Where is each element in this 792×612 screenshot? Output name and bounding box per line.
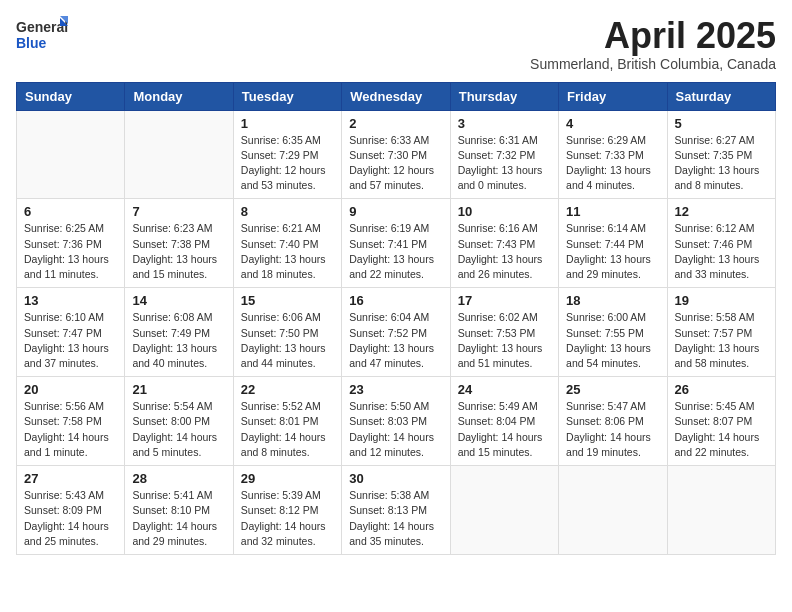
- day-number: 11: [566, 204, 659, 219]
- calendar-cell: 23Sunrise: 5:50 AM Sunset: 8:03 PM Dayli…: [342, 377, 450, 466]
- calendar-cell: 5Sunrise: 6:27 AM Sunset: 7:35 PM Daylig…: [667, 110, 775, 199]
- day-info: Sunrise: 6:25 AM Sunset: 7:36 PM Dayligh…: [24, 221, 117, 282]
- calendar-cell: [450, 466, 558, 555]
- calendar-cell: 20Sunrise: 5:56 AM Sunset: 7:58 PM Dayli…: [17, 377, 125, 466]
- day-info: Sunrise: 6:04 AM Sunset: 7:52 PM Dayligh…: [349, 310, 442, 371]
- day-number: 14: [132, 293, 225, 308]
- calendar-cell: 14Sunrise: 6:08 AM Sunset: 7:49 PM Dayli…: [125, 288, 233, 377]
- logo-svg: General Blue: [16, 16, 68, 56]
- day-info: Sunrise: 6:27 AM Sunset: 7:35 PM Dayligh…: [675, 133, 768, 194]
- calendar-cell: 22Sunrise: 5:52 AM Sunset: 8:01 PM Dayli…: [233, 377, 341, 466]
- calendar-cell: 4Sunrise: 6:29 AM Sunset: 7:33 PM Daylig…: [559, 110, 667, 199]
- day-info: Sunrise: 5:52 AM Sunset: 8:01 PM Dayligh…: [241, 399, 334, 460]
- day-info: Sunrise: 5:54 AM Sunset: 8:00 PM Dayligh…: [132, 399, 225, 460]
- day-number: 15: [241, 293, 334, 308]
- day-number: 18: [566, 293, 659, 308]
- calendar-cell: 24Sunrise: 5:49 AM Sunset: 8:04 PM Dayli…: [450, 377, 558, 466]
- day-header-thursday: Thursday: [450, 82, 558, 110]
- calendar-cell: 9Sunrise: 6:19 AM Sunset: 7:41 PM Daylig…: [342, 199, 450, 288]
- calendar-cell: [667, 466, 775, 555]
- day-number: 23: [349, 382, 442, 397]
- day-number: 1: [241, 116, 334, 131]
- day-info: Sunrise: 6:02 AM Sunset: 7:53 PM Dayligh…: [458, 310, 551, 371]
- calendar-cell: [125, 110, 233, 199]
- calendar-cell: 13Sunrise: 6:10 AM Sunset: 7:47 PM Dayli…: [17, 288, 125, 377]
- calendar-cell: 7Sunrise: 6:23 AM Sunset: 7:38 PM Daylig…: [125, 199, 233, 288]
- day-info: Sunrise: 6:23 AM Sunset: 7:38 PM Dayligh…: [132, 221, 225, 282]
- calendar-cell: [17, 110, 125, 199]
- calendar-cell: 6Sunrise: 6:25 AM Sunset: 7:36 PM Daylig…: [17, 199, 125, 288]
- calendar-week-row: 27Sunrise: 5:43 AM Sunset: 8:09 PM Dayli…: [17, 466, 776, 555]
- day-info: Sunrise: 6:12 AM Sunset: 7:46 PM Dayligh…: [675, 221, 768, 282]
- day-number: 30: [349, 471, 442, 486]
- day-info: Sunrise: 5:41 AM Sunset: 8:10 PM Dayligh…: [132, 488, 225, 549]
- day-info: Sunrise: 6:29 AM Sunset: 7:33 PM Dayligh…: [566, 133, 659, 194]
- calendar-cell: 1Sunrise: 6:35 AM Sunset: 7:29 PM Daylig…: [233, 110, 341, 199]
- day-info: Sunrise: 6:19 AM Sunset: 7:41 PM Dayligh…: [349, 221, 442, 282]
- day-number: 6: [24, 204, 117, 219]
- location-subtitle: Summerland, British Columbia, Canada: [530, 56, 776, 72]
- logo: General Blue: [16, 16, 68, 56]
- calendar-cell: 3Sunrise: 6:31 AM Sunset: 7:32 PM Daylig…: [450, 110, 558, 199]
- month-title: April 2025: [530, 16, 776, 56]
- day-info: Sunrise: 6:31 AM Sunset: 7:32 PM Dayligh…: [458, 133, 551, 194]
- page-header: General Blue April 2025 Summerland, Brit…: [16, 16, 776, 72]
- day-info: Sunrise: 5:39 AM Sunset: 8:12 PM Dayligh…: [241, 488, 334, 549]
- day-info: Sunrise: 6:10 AM Sunset: 7:47 PM Dayligh…: [24, 310, 117, 371]
- calendar-cell: 16Sunrise: 6:04 AM Sunset: 7:52 PM Dayli…: [342, 288, 450, 377]
- day-header-sunday: Sunday: [17, 82, 125, 110]
- day-info: Sunrise: 5:45 AM Sunset: 8:07 PM Dayligh…: [675, 399, 768, 460]
- day-info: Sunrise: 5:38 AM Sunset: 8:13 PM Dayligh…: [349, 488, 442, 549]
- day-info: Sunrise: 6:14 AM Sunset: 7:44 PM Dayligh…: [566, 221, 659, 282]
- day-info: Sunrise: 5:56 AM Sunset: 7:58 PM Dayligh…: [24, 399, 117, 460]
- day-number: 20: [24, 382, 117, 397]
- calendar-table: SundayMondayTuesdayWednesdayThursdayFrid…: [16, 82, 776, 555]
- calendar-week-row: 13Sunrise: 6:10 AM Sunset: 7:47 PM Dayli…: [17, 288, 776, 377]
- day-info: Sunrise: 5:49 AM Sunset: 8:04 PM Dayligh…: [458, 399, 551, 460]
- day-number: 9: [349, 204, 442, 219]
- day-header-wednesday: Wednesday: [342, 82, 450, 110]
- day-info: Sunrise: 5:58 AM Sunset: 7:57 PM Dayligh…: [675, 310, 768, 371]
- calendar-week-row: 6Sunrise: 6:25 AM Sunset: 7:36 PM Daylig…: [17, 199, 776, 288]
- calendar-cell: [559, 466, 667, 555]
- day-header-saturday: Saturday: [667, 82, 775, 110]
- day-number: 10: [458, 204, 551, 219]
- day-number: 8: [241, 204, 334, 219]
- day-number: 16: [349, 293, 442, 308]
- day-number: 29: [241, 471, 334, 486]
- day-number: 17: [458, 293, 551, 308]
- day-info: Sunrise: 6:08 AM Sunset: 7:49 PM Dayligh…: [132, 310, 225, 371]
- day-number: 7: [132, 204, 225, 219]
- day-info: Sunrise: 5:50 AM Sunset: 8:03 PM Dayligh…: [349, 399, 442, 460]
- calendar-cell: 12Sunrise: 6:12 AM Sunset: 7:46 PM Dayli…: [667, 199, 775, 288]
- calendar-cell: 30Sunrise: 5:38 AM Sunset: 8:13 PM Dayli…: [342, 466, 450, 555]
- day-number: 5: [675, 116, 768, 131]
- day-number: 4: [566, 116, 659, 131]
- calendar-cell: 28Sunrise: 5:41 AM Sunset: 8:10 PM Dayli…: [125, 466, 233, 555]
- calendar-cell: 27Sunrise: 5:43 AM Sunset: 8:09 PM Dayli…: [17, 466, 125, 555]
- day-number: 19: [675, 293, 768, 308]
- day-info: Sunrise: 6:00 AM Sunset: 7:55 PM Dayligh…: [566, 310, 659, 371]
- day-number: 22: [241, 382, 334, 397]
- day-header-tuesday: Tuesday: [233, 82, 341, 110]
- calendar-cell: 17Sunrise: 6:02 AM Sunset: 7:53 PM Dayli…: [450, 288, 558, 377]
- day-info: Sunrise: 6:16 AM Sunset: 7:43 PM Dayligh…: [458, 221, 551, 282]
- day-number: 3: [458, 116, 551, 131]
- day-number: 12: [675, 204, 768, 219]
- calendar-cell: 25Sunrise: 5:47 AM Sunset: 8:06 PM Dayli…: [559, 377, 667, 466]
- calendar-cell: 19Sunrise: 5:58 AM Sunset: 7:57 PM Dayli…: [667, 288, 775, 377]
- calendar-cell: 18Sunrise: 6:00 AM Sunset: 7:55 PM Dayli…: [559, 288, 667, 377]
- calendar-cell: 21Sunrise: 5:54 AM Sunset: 8:00 PM Dayli…: [125, 377, 233, 466]
- day-number: 28: [132, 471, 225, 486]
- calendar-week-row: 1Sunrise: 6:35 AM Sunset: 7:29 PM Daylig…: [17, 110, 776, 199]
- day-info: Sunrise: 6:35 AM Sunset: 7:29 PM Dayligh…: [241, 133, 334, 194]
- calendar-week-row: 20Sunrise: 5:56 AM Sunset: 7:58 PM Dayli…: [17, 377, 776, 466]
- day-info: Sunrise: 6:33 AM Sunset: 7:30 PM Dayligh…: [349, 133, 442, 194]
- day-info: Sunrise: 5:47 AM Sunset: 8:06 PM Dayligh…: [566, 399, 659, 460]
- day-number: 13: [24, 293, 117, 308]
- calendar-cell: 11Sunrise: 6:14 AM Sunset: 7:44 PM Dayli…: [559, 199, 667, 288]
- day-header-monday: Monday: [125, 82, 233, 110]
- calendar-cell: 2Sunrise: 6:33 AM Sunset: 7:30 PM Daylig…: [342, 110, 450, 199]
- day-number: 25: [566, 382, 659, 397]
- day-info: Sunrise: 6:06 AM Sunset: 7:50 PM Dayligh…: [241, 310, 334, 371]
